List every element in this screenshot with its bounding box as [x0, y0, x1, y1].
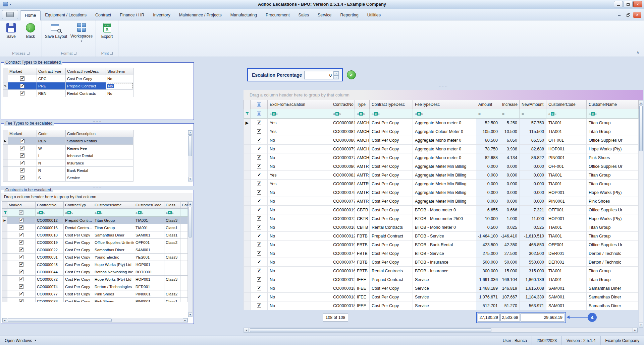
excl-cell[interactable]: No [268, 240, 331, 249]
type-cell[interactable]: IFEE [355, 293, 370, 301]
contract-type-row[interactable]: RENRental ContractsNo [3, 90, 133, 97]
grid-row[interactable]: NoCO0000019FBTBCost Per CopyBTOB - Bank … [244, 240, 639, 249]
increase-cell[interactable]: 146.819 [500, 284, 520, 293]
grid-row[interactable]: YesCO0000081AMTRCost Per CopyAggregate M… [244, 171, 639, 180]
minimize-button[interactable] [614, 1, 623, 7]
filter-cell[interactable]: aBc [164, 209, 180, 217]
marked-cell[interactable] [251, 275, 268, 284]
contracttypedesc-cell[interactable]: Cost Per Copy [370, 214, 413, 223]
newamount-cell[interactable]: 0.525 [520, 223, 546, 232]
dialog-launcher-icon[interactable] [110, 52, 113, 55]
amount-cell[interactable]: 1,691.036 [476, 275, 500, 284]
increase-cell[interactable]: 6.050 [500, 136, 520, 145]
amount-cell[interactable]: 105.000 [476, 127, 500, 136]
application-menu-button[interactable] [2, 10, 18, 19]
contracttypedesc-cell[interactable]: Cost Per Copy [370, 301, 413, 310]
contractno-cell[interactable]: CO0000018 [331, 301, 355, 310]
type-cell[interactable]: AMCH [355, 119, 370, 127]
customername-cell[interactable]: Titan Group [587, 232, 639, 240]
amount-cell[interactable]: 1,076.671 [476, 293, 500, 301]
workspaces-dropdown-icon[interactable]: ▼ [80, 40, 83, 42]
customername-cell[interactable]: Pink Shoes [587, 197, 639, 206]
amount-cell[interactable]: 1,468.189 [476, 284, 500, 293]
feetypedesc-cell[interactable]: BTOB - Bank Rental [413, 240, 476, 249]
marked-cell[interactable] [251, 145, 268, 153]
filter-cell[interactable]: aBc [268, 109, 331, 119]
excl-cell[interactable]: No [268, 275, 331, 284]
contracts-vertical-scrollbar[interactable]: ▲ ▼ [188, 201, 193, 317]
excl-cell[interactable]: No [268, 267, 331, 275]
contractno-cell[interactable]: CO0000012 [331, 275, 355, 284]
customername-cell[interactable]: Derton / Technolc [587, 258, 639, 267]
codedescription-cell[interactable]: Inhouse Rental [66, 152, 133, 159]
newamount-cell[interactable]: 1,615.008 [520, 284, 546, 293]
column-header[interactable]: ExclFromEscalation [268, 100, 331, 109]
excl-cell[interactable]: No [268, 145, 331, 153]
excl-cell[interactable]: No [268, 293, 331, 301]
save-button[interactable]: Save [1, 21, 21, 39]
customercode-cell[interactable]: TIA001 [546, 275, 587, 284]
checkbox[interactable] [20, 76, 24, 81]
excl-cell[interactable]: No [268, 284, 331, 293]
grid-row[interactable]: NoCO0000077AMTRCost Per CopyAggregate Me… [244, 197, 639, 206]
tab-utilities[interactable]: Utilities [363, 10, 385, 20]
excl-cell[interactable]: No [268, 249, 331, 258]
feetypedesc-cell[interactable]: BTOB - Service [413, 249, 476, 258]
grid-row[interactable]: NoCO0000018IFEECost Per CopyService512.7… [244, 301, 639, 310]
customercode-cell[interactable]: TIA001 [546, 127, 587, 136]
marked-cell[interactable] [251, 119, 268, 127]
column-header[interactable]: CodeDescription [66, 130, 133, 137]
spin-down-button[interactable]: ▼ [333, 75, 339, 79]
cat-cell[interactable] [180, 298, 188, 302]
checkbox[interactable] [19, 248, 23, 252]
type-cell[interactable]: AMTR [355, 171, 370, 180]
contract-row[interactable]: CO0000044Cost Per CopyBothas Networking … [2, 268, 188, 276]
contracttype-cell[interactable]: PRE [37, 82, 66, 90]
customercode-cell[interactable]: TIA001 [546, 232, 587, 240]
amount-cell[interactable]: 82.688 [476, 153, 500, 162]
contracttypedesc-cell[interactable]: Cost Per Copy [370, 162, 413, 171]
class-cell[interactable]: Class3 [164, 254, 180, 261]
increase-cell[interactable]: 0.000 [500, 197, 520, 206]
scroll-down-button[interactable]: ▼ [188, 177, 192, 181]
newamount-cell[interactable]: 115.500 [520, 127, 546, 136]
customername-cell[interactable]: Bothas Networking inc [93, 268, 134, 276]
customercode-cell[interactable]: TIA001 [134, 224, 164, 231]
excl-cell[interactable]: No [268, 136, 331, 145]
marked-cell[interactable] [8, 75, 37, 82]
shortterm-cell[interactable]: No [106, 75, 133, 82]
amount-cell[interactable]: 300.000 [476, 267, 500, 275]
marked-cell[interactable] [7, 283, 36, 290]
checkbox[interactable] [20, 146, 24, 150]
contracttype-cell[interactable]: Cost Per Copy [64, 239, 93, 246]
customercode-cell[interactable]: PIN0001 [134, 290, 164, 298]
feetypedesc-cell[interactable]: Aggregate Meter Min Billing [413, 180, 476, 188]
workspaces-button[interactable]: Workspaces ▼ [69, 21, 94, 42]
marked-cell[interactable] [251, 293, 268, 301]
increase-cell[interactable]: 27.500 [500, 249, 520, 258]
contractno-cell[interactable]: CO0000031 [36, 254, 64, 261]
contracttype-cell[interactable]: Cost Per Copy [64, 261, 93, 268]
feetypedesc-cell[interactable]: Aggregate Mono meter 0 [413, 145, 476, 153]
contractno-cell[interactable]: CO0000079 [331, 145, 355, 153]
feetypedesc-cell[interactable]: BTOB - Service [413, 232, 476, 240]
customercode-cell[interactable]: OFF001 [546, 162, 587, 171]
grid-row[interactable]: YesCO0000081AMTRCost Per CopyAggregate M… [244, 180, 639, 188]
contractno-cell[interactable]: CO0000012 [331, 232, 355, 240]
contract-row[interactable]: CO0000031Cost Per CopyYoung ElectricYES0… [2, 254, 188, 261]
amount-cell[interactable]: -1,464.100 [476, 232, 500, 240]
type-cell[interactable]: FBTB [355, 267, 370, 275]
customercode-cell[interactable]: TIA001 [546, 223, 587, 232]
feetypedesc-cell[interactable]: Aggregate Mono meter 0 [413, 136, 476, 145]
grid-groupby-bar[interactable]: Drag a column header here to group by th… [244, 90, 643, 100]
grid-row[interactable]: NoCO0000074FBTBCost Per CopyBTOB - Servi… [244, 249, 639, 258]
column-header[interactable]: Cat [180, 201, 188, 209]
scroll-thumb[interactable] [189, 207, 192, 237]
class-cell[interactable]: Class1 [164, 224, 180, 231]
amount-cell[interactable]: 52.500 [476, 119, 500, 127]
amount-cell[interactable]: 10.000 [476, 214, 500, 223]
tab-equipment-locations[interactable]: Equipment / Locations [41, 10, 91, 20]
scroll-down-button[interactable]: ▼ [639, 323, 643, 327]
tab-home[interactable]: Home [20, 10, 41, 20]
grid-row[interactable]: NoCO0000079AMCHCost Per CopyAggregate Mo… [244, 145, 639, 153]
